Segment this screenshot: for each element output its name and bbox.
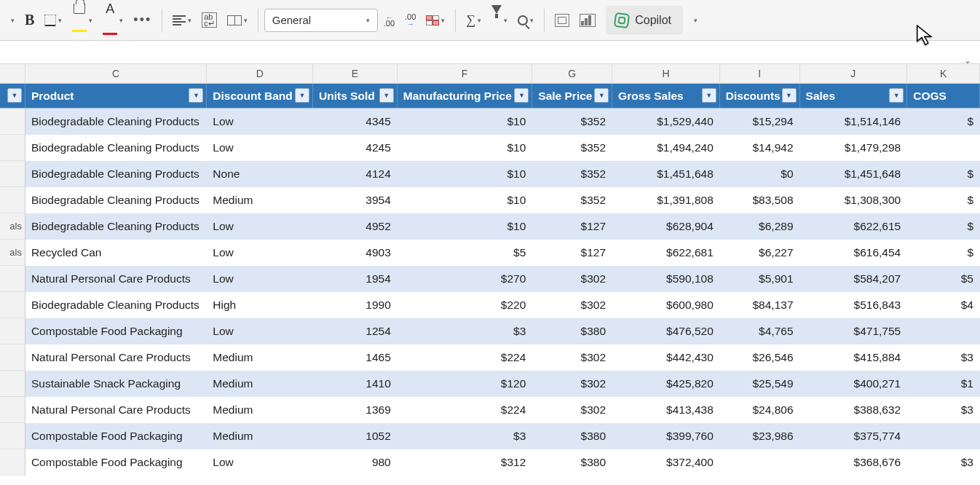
- cell[interactable]: $3: [907, 397, 980, 423]
- cell[interactable]: Medium: [207, 397, 313, 423]
- cell[interactable]: 1369: [313, 397, 398, 423]
- cell[interactable]: $84,137: [720, 292, 800, 318]
- cell[interactable]: $: [907, 161, 980, 187]
- cell[interactable]: $127: [532, 213, 612, 240]
- cell[interactable]: $400,271: [800, 371, 908, 397]
- previous-group-dropdown[interactable]: ▾: [4, 7, 19, 33]
- table-row[interactable]: Natural Personal Care ProductsMedium1369…: [0, 397, 980, 423]
- cell[interactable]: $: [907, 240, 980, 266]
- cell[interactable]: $0: [720, 161, 800, 187]
- cell[interactable]: High: [207, 292, 313, 318]
- cell[interactable]: $622,681: [612, 240, 720, 266]
- cell[interactable]: $120: [398, 371, 533, 397]
- number-format-select[interactable]: General ▾: [264, 9, 378, 32]
- table-row[interactable]: alsBiodegradable Cleaning ProductsLow495…: [0, 213, 980, 240]
- filter-button[interactable]: ▼: [514, 88, 529, 103]
- wrap-text-button[interactable]: abc↵: [197, 7, 221, 33]
- cell[interactable]: $415,884: [800, 344, 908, 371]
- merge-dropdown[interactable]: ▾: [223, 7, 252, 33]
- cell[interactable]: $3: [398, 423, 533, 449]
- cell[interactable]: $270: [398, 266, 533, 292]
- cell[interactable]: $399,760: [612, 423, 720, 449]
- filter-button[interactable]: ▼: [7, 88, 22, 103]
- cell[interactable]: $471,755: [800, 318, 908, 344]
- cell[interactable]: $584,207: [800, 266, 908, 292]
- cell[interactable]: [907, 423, 980, 449]
- cell[interactable]: $616,454: [800, 240, 908, 266]
- cell[interactable]: $352: [532, 161, 612, 187]
- cell[interactable]: $5,901: [720, 266, 800, 292]
- cell[interactable]: Natural Personal Care Products: [25, 397, 207, 423]
- cell[interactable]: Low: [207, 449, 313, 476]
- filter-button[interactable]: ▼: [594, 88, 609, 103]
- cell[interactable]: $5: [398, 240, 533, 266]
- cell[interactable]: $10: [398, 213, 533, 240]
- cell[interactable]: $413,438: [612, 397, 720, 423]
- table-row[interactable]: Biodegradable Cleaning ProductsLow4245$1…: [0, 135, 980, 161]
- col-header[interactable]: H: [612, 64, 720, 83]
- cell[interactable]: Natural Personal Care Products: [25, 344, 207, 371]
- cell[interactable]: $1,451,648: [612, 161, 720, 187]
- cell[interactable]: 1465: [313, 344, 398, 371]
- cell[interactable]: 4345: [313, 109, 398, 135]
- filter-button[interactable]: ▼: [189, 88, 203, 103]
- borders-dropdown[interactable]: ▾: [40, 7, 66, 33]
- cell[interactable]: $83,508: [720, 187, 800, 213]
- cell[interactable]: 4124: [313, 161, 398, 187]
- table-row[interactable]: Natural Personal Care ProductsLow1954$27…: [0, 266, 980, 292]
- cell[interactable]: Biodegradable Cleaning Products: [25, 187, 207, 213]
- cell[interactable]: Biodegradable Cleaning Products: [25, 135, 207, 161]
- cell[interactable]: $25,549: [720, 371, 800, 397]
- cell[interactable]: 1254: [313, 318, 398, 344]
- cell[interactable]: $476,520: [612, 318, 720, 344]
- cell[interactable]: $: [907, 187, 980, 213]
- cell[interactable]: 1990: [313, 292, 398, 318]
- table-row[interactable]: Sustainable Snack PackagingMedium1410$12…: [0, 371, 980, 397]
- cell[interactable]: None: [207, 161, 313, 187]
- cell[interactable]: $442,430: [612, 344, 720, 371]
- spreadsheet-grid[interactable]: C D E F G H I J K ▼ Product▼ Discount Ba…: [0, 64, 980, 476]
- cell[interactable]: $302: [532, 397, 612, 423]
- cell[interactable]: $380: [532, 318, 612, 344]
- table-row[interactable]: Biodegradable Cleaning ProductsLow4345$1…: [0, 109, 980, 135]
- cell[interactable]: Biodegradable Cleaning Products: [25, 213, 207, 240]
- cell[interactable]: $425,820: [612, 371, 720, 397]
- cell[interactable]: 3954: [313, 187, 398, 213]
- cell[interactable]: $1,514,146: [800, 109, 908, 135]
- cell[interactable]: $3: [907, 344, 980, 371]
- cell[interactable]: $380: [532, 449, 612, 476]
- cell[interactable]: $3: [907, 449, 980, 476]
- cell[interactable]: $622,615: [800, 213, 908, 240]
- fill-color-dropdown[interactable]: ▾: [68, 7, 97, 33]
- cell[interactable]: $1,494,240: [612, 135, 720, 161]
- cell[interactable]: 1954: [313, 266, 398, 292]
- cell[interactable]: $26,546: [720, 344, 800, 371]
- cell[interactable]: $352: [532, 135, 612, 161]
- cell[interactable]: $23,986: [720, 423, 800, 449]
- alignment-dropdown[interactable]: ▾: [168, 7, 196, 33]
- cell[interactable]: Compostable Food Packaging: [25, 318, 207, 344]
- cell[interactable]: $: [907, 109, 980, 135]
- cell[interactable]: $302: [532, 292, 612, 318]
- cell[interactable]: $: [907, 213, 980, 240]
- cell[interactable]: $10: [398, 135, 533, 161]
- cell[interactable]: $220: [398, 292, 533, 318]
- cell[interactable]: 4952: [313, 213, 398, 240]
- cell[interactable]: $1: [907, 371, 980, 397]
- cell[interactable]: $6,227: [720, 240, 800, 266]
- font-color-dropdown[interactable]: A▾: [98, 7, 127, 33]
- cell[interactable]: Medium: [207, 423, 313, 449]
- conditional-formatting-dropdown[interactable]: ▾: [422, 7, 449, 33]
- col-header[interactable]: G: [532, 64, 612, 83]
- copilot-button[interactable]: Copilot: [606, 6, 683, 35]
- cell[interactable]: $10: [398, 161, 533, 187]
- cell[interactable]: $3: [398, 318, 533, 344]
- cell[interactable]: Sustainable Snack Packaging: [25, 371, 207, 397]
- table-row[interactable]: Biodegradable Cleaning ProductsNone4124$…: [0, 161, 980, 187]
- cell[interactable]: Medium: [207, 344, 313, 371]
- filter-button[interactable]: ▼: [782, 88, 797, 103]
- cell[interactable]: $14,942: [720, 135, 800, 161]
- col-header[interactable]: C: [25, 64, 207, 83]
- cell[interactable]: $15,294: [720, 109, 800, 135]
- cell[interactable]: Medium: [207, 187, 313, 213]
